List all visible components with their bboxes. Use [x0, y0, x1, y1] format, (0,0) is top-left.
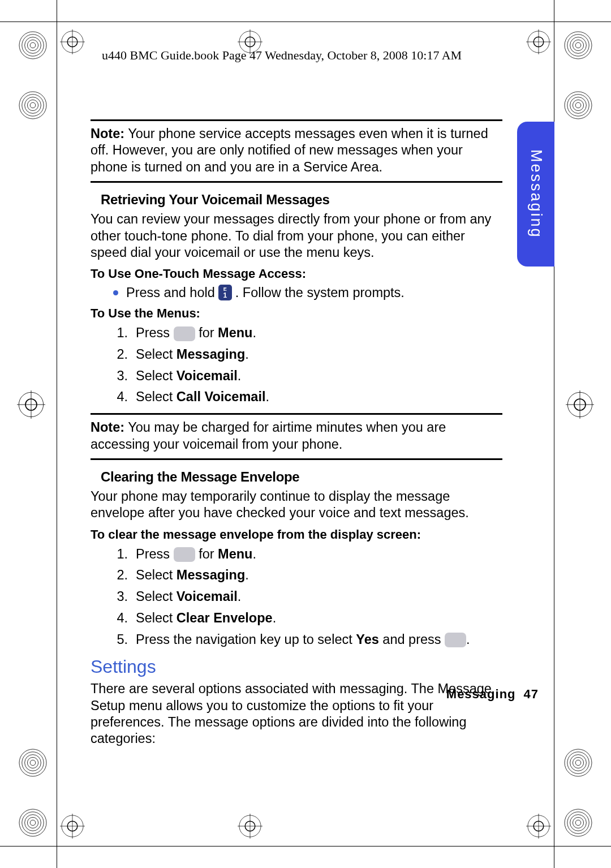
reg-mark-icon	[17, 89, 49, 121]
note-text: Your phone service accepts messages even…	[91, 126, 488, 174]
reg-mark-icon	[562, 29, 594, 61]
svg-point-1	[22, 35, 44, 56]
section-tab-label: Messaging	[527, 149, 545, 239]
svg-point-67	[575, 820, 581, 826]
svg-point-63	[565, 809, 592, 836]
svg-point-50	[30, 820, 36, 826]
reg-mark-icon	[526, 814, 551, 839]
svg-point-13	[565, 32, 592, 59]
reg-mark-icon	[562, 747, 594, 779]
body-text: There are several options associated wit…	[91, 681, 502, 747]
crop-line-left	[57, 0, 57, 868]
svg-point-43	[570, 755, 587, 771]
svg-point-46	[19, 809, 46, 836]
note-text: You may be charged for airtime minutes w…	[91, 420, 446, 451]
footer-section: Messaging	[446, 687, 516, 701]
svg-point-47	[22, 812, 44, 833]
svg-point-14	[567, 35, 589, 56]
reg-mark-icon	[60, 29, 85, 54]
list-item: 3.Select Voicemail.	[115, 588, 502, 606]
reg-mark-icon	[17, 807, 49, 839]
ordered-list: 1.Press for Menu. 2.Select Messaging. 3.…	[115, 324, 502, 406]
list-item: 2.Select Messaging.	[115, 346, 502, 364]
note-label: Note:	[91, 126, 124, 141]
reg-mark-icon	[566, 390, 594, 419]
reg-mark-icon	[526, 29, 551, 54]
svg-point-16	[573, 40, 583, 50]
page-number: 47	[524, 687, 539, 701]
svg-point-17	[575, 42, 581, 48]
procedure-heading: To Use One-Touch Message Access:	[91, 267, 502, 281]
list-item: 2.Select Messaging.	[115, 566, 502, 585]
section-tab: Messaging	[517, 122, 554, 267]
svg-point-26	[573, 100, 583, 110]
svg-point-64	[567, 812, 589, 833]
svg-point-3	[27, 40, 38, 50]
reg-mark-icon	[60, 814, 85, 839]
list-item: 5.Press the navigation key up to select …	[115, 631, 502, 649]
svg-point-38	[25, 755, 41, 771]
reg-mark-icon	[17, 29, 49, 61]
list-item: 4.Select Call Voicemail.	[115, 388, 502, 406]
subheading-retrieving: Retrieving Your Voicemail Messages	[101, 192, 502, 208]
svg-point-42	[567, 752, 589, 774]
ordered-list: 1.Press for Menu. 2.Select Messaging. 3.…	[115, 545, 502, 649]
svg-point-39	[27, 757, 38, 768]
list-item: 1.Press for Menu.	[115, 545, 502, 564]
svg-point-40	[30, 760, 36, 766]
reg-mark-icon	[17, 747, 49, 779]
svg-point-15	[570, 37, 587, 54]
list-item: 3.Select Voicemail.	[115, 367, 502, 385]
svg-point-19	[22, 94, 44, 116]
key-1-icon: E1	[218, 285, 232, 300]
svg-point-21	[27, 100, 38, 110]
crop-line-top	[0, 22, 611, 22]
page-footer: Messaging47	[446, 687, 539, 702]
bullet-text-pre: Press and hold	[126, 285, 215, 300]
bullet-text-post: . Follow the system prompts.	[235, 285, 405, 300]
svg-point-48	[25, 815, 41, 831]
svg-point-23	[565, 92, 592, 119]
svg-point-37	[22, 752, 44, 774]
reg-mark-icon	[562, 89, 594, 121]
procedure-heading: To Use the Menus:	[91, 306, 502, 321]
svg-point-65	[570, 815, 587, 831]
svg-point-41	[565, 749, 592, 776]
svg-point-20	[25, 97, 41, 114]
crop-line-bottom	[0, 846, 611, 846]
reg-mark-icon	[238, 814, 263, 839]
reg-mark-icon	[17, 390, 45, 419]
bullet-item: Press and hold E1 . Follow the system pr…	[113, 285, 502, 300]
svg-point-0	[19, 32, 46, 59]
list-item: 1.Press for Menu.	[115, 324, 502, 342]
menu-key-icon	[174, 326, 195, 341]
reg-mark-icon	[562, 807, 594, 839]
svg-point-24	[567, 94, 589, 116]
svg-point-22	[30, 102, 36, 108]
note-block: Note: Your phone service accepts message…	[91, 119, 502, 183]
section-heading-settings: Settings	[91, 656, 502, 677]
note-label: Note:	[91, 420, 124, 435]
svg-point-36	[19, 749, 46, 776]
list-item: 4.Select Clear Envelope.	[115, 609, 502, 628]
svg-point-66	[573, 817, 583, 828]
svg-point-49	[27, 817, 38, 828]
svg-point-44	[573, 757, 583, 768]
procedure-heading: To clear the message envelope from the d…	[91, 527, 502, 542]
svg-point-18	[19, 92, 46, 119]
body-text: You can review your messages directly fr…	[91, 211, 502, 261]
svg-point-45	[575, 760, 581, 766]
ok-key-icon	[445, 633, 466, 647]
svg-point-27	[575, 102, 581, 108]
page-content: Note: Your phone service accepts message…	[91, 119, 502, 753]
body-text: Your phone may temporarily continue to d…	[91, 488, 502, 522]
svg-point-4	[30, 42, 36, 48]
note-block: Note: You may be charged for airtime min…	[91, 413, 502, 460]
svg-point-25	[570, 97, 587, 114]
bullet-icon	[113, 290, 118, 295]
menu-key-icon	[174, 547, 195, 562]
svg-point-2	[25, 37, 41, 54]
subheading-clearing: Clearing the Message Envelope	[101, 469, 502, 485]
print-header: u440 BMC Guide.book Page 47 Wednesday, O…	[102, 48, 462, 63]
